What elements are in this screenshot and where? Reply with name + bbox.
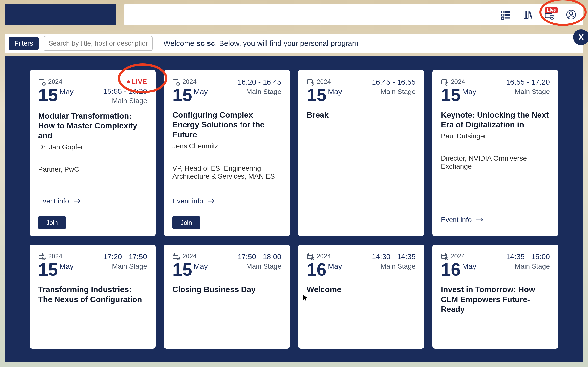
event-card[interactable]: 202416May14:30 - 14:35Main StageWelcome bbox=[298, 245, 424, 349]
card-role: Director, NVIDIA Omniverse Exchange bbox=[441, 154, 550, 170]
card-location: Main Stage bbox=[238, 88, 281, 96]
svg-rect-38 bbox=[307, 80, 312, 84]
card-location: Main Stage bbox=[372, 262, 416, 270]
toolbar: Live bbox=[124, 4, 583, 25]
card-day: 15 bbox=[441, 86, 461, 104]
library-icon[interactable] bbox=[522, 9, 534, 21]
schedule-icon[interactable]: Live bbox=[543, 9, 555, 21]
card-speaker: Dr. Jan Göpfert bbox=[38, 143, 147, 151]
event-card[interactable]: 202415May16:55 - 17:20Main StageKeynote:… bbox=[432, 70, 558, 236]
profile-icon[interactable] bbox=[565, 9, 577, 21]
card-location: Main Stage bbox=[506, 88, 550, 96]
card-location: Main Stage bbox=[238, 262, 281, 270]
event-info-link[interactable]: Event info bbox=[172, 197, 281, 205]
svg-line-73 bbox=[312, 258, 313, 259]
card-month: May bbox=[194, 262, 208, 271]
svg-line-44 bbox=[312, 84, 313, 84]
card-title: Keynote: Unlocking the Next Era of Digit… bbox=[441, 110, 550, 130]
svg-rect-74 bbox=[442, 254, 447, 259]
join-button[interactable]: Join bbox=[38, 216, 66, 229]
card-day: 15 bbox=[38, 86, 58, 104]
card-year: 2024 bbox=[441, 78, 476, 86]
card-year: 2024 bbox=[172, 252, 208, 260]
event-info-link[interactable]: Event info bbox=[38, 197, 147, 205]
card-day: 15 bbox=[172, 86, 192, 104]
filters-button[interactable]: Filters bbox=[9, 37, 39, 50]
card-time: 16:55 - 17:20 bbox=[506, 78, 550, 86]
close-button[interactable]: X bbox=[573, 29, 588, 45]
card-title: Transforming Industries: The Nexus of Co… bbox=[38, 284, 147, 304]
svg-line-59 bbox=[44, 258, 45, 259]
svg-rect-3 bbox=[502, 14, 504, 16]
event-card[interactable]: 202415May16:20 - 16:45Main StageConfigur… bbox=[164, 70, 290, 236]
svg-rect-9 bbox=[524, 11, 526, 18]
divider bbox=[172, 210, 281, 210]
svg-line-28 bbox=[44, 84, 45, 84]
search-input[interactable] bbox=[44, 36, 153, 51]
svg-rect-60 bbox=[173, 254, 178, 259]
live-badge: Live bbox=[545, 7, 558, 13]
card-time: 17:20 - 17:50 bbox=[103, 252, 147, 261]
card-time: 15:55 - 16:20 bbox=[103, 87, 147, 95]
divider bbox=[38, 210, 147, 210]
card-location: Main Stage bbox=[103, 262, 147, 270]
card-location: Main Stage bbox=[372, 88, 416, 96]
card-title: Welcome bbox=[307, 284, 416, 294]
card-day: 15 bbox=[172, 261, 192, 278]
card-month: May bbox=[59, 88, 74, 96]
event-card[interactable]: 202415May16:45 - 16:55Main StageBreak bbox=[298, 70, 424, 236]
divider bbox=[441, 229, 550, 229]
svg-rect-45 bbox=[442, 80, 447, 84]
filter-bar: Filters Welcome sc sc! Below, you will f… bbox=[5, 34, 583, 53]
welcome-message: Welcome sc sc! Below, you will find your… bbox=[163, 39, 358, 48]
card-location: Main Stage bbox=[103, 97, 147, 105]
agenda-icon[interactable] bbox=[500, 9, 512, 21]
event-card[interactable]: 202415May17:20 - 17:50Main StageTransfor… bbox=[30, 245, 156, 349]
card-day: 15 bbox=[38, 261, 58, 278]
svg-point-21 bbox=[570, 12, 573, 15]
card-day: 16 bbox=[307, 261, 326, 278]
card-year: 2024 bbox=[441, 252, 476, 260]
card-title: Break bbox=[307, 110, 416, 120]
card-month: May bbox=[462, 88, 476, 96]
program-panel: 202415MayLIVE15:55 - 16:20Main StageModu… bbox=[5, 56, 583, 362]
card-role: Partner, PwC bbox=[38, 165, 147, 173]
card-year: 2024 bbox=[307, 252, 342, 260]
svg-rect-67 bbox=[307, 254, 312, 259]
card-month: May bbox=[328, 88, 342, 96]
card-day: 16 bbox=[441, 261, 461, 278]
card-month: May bbox=[328, 262, 342, 271]
card-speaker: Paul Cutsinger bbox=[441, 132, 550, 140]
card-year: 2024 bbox=[38, 78, 74, 86]
svg-rect-0 bbox=[502, 11, 504, 13]
card-time: 17:50 - 18:00 bbox=[238, 252, 281, 261]
svg-line-51 bbox=[447, 84, 447, 84]
card-month: May bbox=[59, 262, 74, 271]
card-time: 14:30 - 14:35 bbox=[372, 252, 416, 261]
event-card[interactable]: 202415MayLIVE15:55 - 16:20Main StageModu… bbox=[30, 70, 156, 236]
svg-line-80 bbox=[447, 258, 447, 259]
event-card[interactable]: 202415May17:50 - 18:00Main StageClosing … bbox=[164, 245, 290, 349]
svg-rect-10 bbox=[526, 11, 528, 18]
card-title: Modular Transformation: How to Master Co… bbox=[38, 111, 147, 141]
join-button[interactable]: Join bbox=[172, 216, 200, 229]
card-title: Closing Business Day bbox=[172, 284, 281, 294]
card-year: 2024 bbox=[38, 252, 74, 260]
card-title: Invest in Tomorrow: How CLM Empowers Fut… bbox=[441, 284, 550, 314]
svg-rect-30 bbox=[173, 80, 178, 84]
card-location: Main Stage bbox=[506, 262, 550, 270]
svg-rect-53 bbox=[39, 254, 44, 259]
svg-line-66 bbox=[178, 258, 179, 259]
card-title: Configuring Complex Energy Solutions for… bbox=[172, 110, 281, 140]
event-card[interactable]: 202416May14:35 - 15:00Main StageInvest i… bbox=[432, 245, 558, 349]
svg-rect-22 bbox=[39, 80, 44, 84]
logo-area bbox=[5, 4, 116, 25]
event-info-link[interactable]: Event info bbox=[441, 216, 550, 224]
svg-line-36 bbox=[178, 84, 179, 84]
card-time: 16:20 - 16:45 bbox=[238, 78, 281, 86]
card-month: May bbox=[462, 262, 476, 271]
card-time: 14:35 - 15:00 bbox=[506, 252, 550, 261]
card-role: VP, Head of ES: Engineering Architecture… bbox=[172, 164, 281, 180]
svg-rect-6 bbox=[502, 17, 504, 19]
card-day: 15 bbox=[307, 86, 326, 104]
